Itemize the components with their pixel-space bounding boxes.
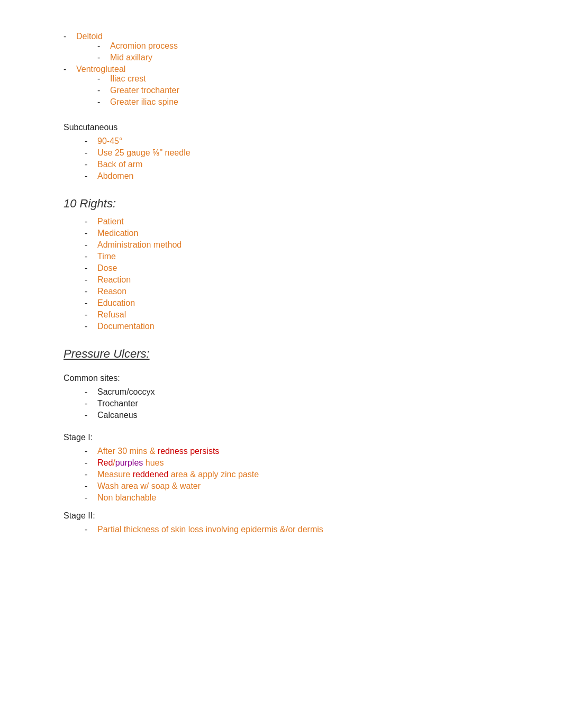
sacrum-item: Sacrum/coccyx [85, 387, 520, 397]
needle-item: Use 25 gauge ⅝" needle [85, 148, 520, 158]
right-administration: Administration method [85, 240, 520, 250]
stage1-3-measure: Measure [97, 470, 133, 479]
right-documentation: Documentation [85, 322, 520, 331]
stage1-1-part1: After 30 mins & [97, 447, 158, 456]
right-dose-label: Dose [97, 263, 117, 272]
acromion-item: Acromion process [97, 41, 520, 51]
stage1-item-1: After 30 mins & redness persists [85, 447, 520, 456]
right-education: Education [85, 298, 520, 308]
ventrogluteal-label: Ventrogluteal [76, 65, 125, 74]
stage1-5-label: Non blanchable [97, 493, 156, 502]
greater-trochanter-label: Greater trochanter [110, 86, 179, 95]
stage2-list: Partial thickness of skin loss involving… [64, 525, 520, 534]
abdomen-item: Abdomen [85, 171, 520, 181]
stage1-2-hues: hues [143, 458, 164, 467]
pressure-ulcers-title: Pressure Ulcers: [64, 347, 520, 361]
mid-axillary-label: Mid axillary [110, 53, 152, 62]
acromion-label: Acromion process [110, 41, 178, 50]
right-reason: Reason [85, 287, 520, 296]
common-sites-list: Sacrum/coccyx Trochanter Calcaneus [64, 387, 520, 420]
calcaneus-label: Calcaneus [97, 411, 138, 420]
iliac-crest-label: Iliac crest [110, 74, 146, 83]
stage1-2-red: Red [97, 458, 113, 467]
right-reaction: Reaction [85, 275, 520, 285]
right-medication: Medication [85, 229, 520, 238]
trochanter-item: Trochanter [85, 399, 520, 408]
right-time: Time [85, 252, 520, 261]
right-reaction-label: Reaction [97, 275, 131, 284]
stage1-3-reddened: reddened [133, 470, 169, 479]
deltoid-sublist: Acromion process Mid axillary [76, 41, 520, 62]
right-patient: Patient [85, 217, 520, 226]
angle-label: 90-45° [97, 136, 122, 145]
stage1-3-rest: area & apply zinc paste [168, 470, 259, 479]
common-sites-heading: Common sites: [64, 374, 520, 383]
stage1-4-label: Wash area w/ soap & water [97, 481, 201, 490]
stage2-item-1: Partial thickness of skin loss involving… [85, 525, 520, 534]
needle-label: Use 25 gauge ⅝" needle [97, 148, 191, 157]
stage2-1-label: Partial thickness of skin loss involving… [97, 525, 323, 534]
ten-rights-title: 10 Rights: [64, 197, 520, 211]
stage2-heading: Stage II: [64, 511, 520, 521]
stage1-1-part2: redness persists [158, 447, 220, 456]
stage1-item-4: Wash area w/ soap & water [85, 481, 520, 491]
ventrogluteal-item: Ventrogluteal Iliac crest Greater trocha… [64, 65, 520, 107]
right-documentation-label: Documentation [97, 322, 155, 331]
greater-iliac-spine-item: Greater iliac spine [97, 97, 520, 107]
stage1-heading: Stage I: [64, 433, 520, 442]
right-patient-label: Patient [97, 217, 124, 226]
stage1-item-5: Non blanchable [85, 493, 520, 503]
main-list: Deltoid Acromion process Mid axillary Ve… [64, 32, 520, 107]
deltoid-item: Deltoid Acromion process Mid axillary [64, 32, 520, 62]
stage1-item-2: Red/purples hues [85, 458, 520, 468]
right-refusal-label: Refusal [97, 310, 126, 319]
abdomen-label: Abdomen [97, 171, 134, 180]
calcaneus-item: Calcaneus [85, 411, 520, 420]
angle-item: 90-45° [85, 136, 520, 146]
stage1-list: After 30 mins & redness persists Red/pur… [64, 447, 520, 503]
back-of-arm-item: Back of arm [85, 160, 520, 169]
right-reason-label: Reason [97, 287, 126, 296]
stage1-item-3: Measure reddened area & apply zinc paste [85, 470, 520, 479]
subcutaneous-list: 90-45° Use 25 gauge ⅝" needle Back of ar… [64, 136, 520, 181]
mid-axillary-item: Mid axillary [97, 53, 520, 62]
right-education-label: Education [97, 298, 135, 307]
ventrogluteal-sublist: Iliac crest Greater trochanter Greater i… [76, 74, 520, 107]
stage1-2-purple: purples [115, 458, 143, 467]
right-administration-label: Administration method [97, 240, 182, 249]
subcutaneous-section: Subcutaneous 90-45° Use 25 gauge ⅝" need… [64, 123, 520, 181]
ten-rights-section: 10 Rights: Patient Medication Administra… [64, 197, 520, 331]
deltoid-section: Deltoid Acromion process Mid axillary Ve… [64, 32, 520, 107]
greater-trochanter-item: Greater trochanter [97, 86, 520, 95]
greater-iliac-spine-label: Greater iliac spine [110, 97, 178, 106]
iliac-crest-item: Iliac crest [97, 74, 520, 84]
ten-rights-list: Patient Medication Administration method… [64, 217, 520, 331]
trochanter-label: Trochanter [97, 399, 138, 408]
deltoid-label: Deltoid [76, 32, 103, 41]
pressure-ulcers-section: Pressure Ulcers: Common sites: Sacrum/co… [64, 347, 520, 534]
right-refusal: Refusal [85, 310, 520, 320]
sacrum-label: Sacrum/coccyx [97, 387, 155, 396]
right-medication-label: Medication [97, 229, 138, 238]
subcutaneous-heading: Subcutaneous [64, 123, 520, 132]
back-of-arm-label: Back of arm [97, 160, 142, 169]
right-dose: Dose [85, 263, 520, 273]
right-time-label: Time [97, 252, 116, 261]
